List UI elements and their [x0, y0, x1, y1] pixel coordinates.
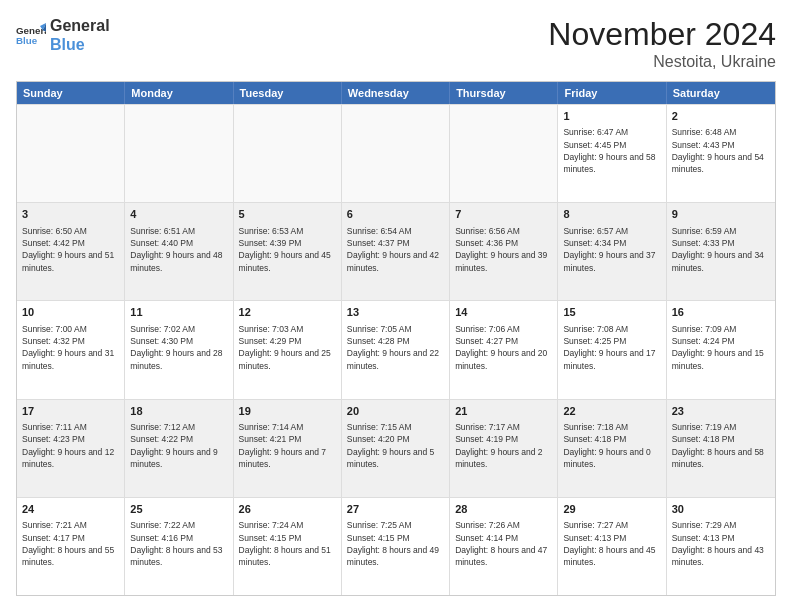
calendar-cell: 24Sunrise: 7:21 AM Sunset: 4:17 PM Dayli…	[17, 498, 125, 595]
cell-info: Sunrise: 7:26 AM Sunset: 4:14 PM Dayligh…	[455, 519, 552, 568]
calendar-row: 17Sunrise: 7:11 AM Sunset: 4:23 PM Dayli…	[17, 399, 775, 497]
cell-info: Sunrise: 7:15 AM Sunset: 4:20 PM Dayligh…	[347, 421, 444, 470]
logo-line2: Blue	[50, 35, 110, 54]
calendar-cell: 11Sunrise: 7:02 AM Sunset: 4:30 PM Dayli…	[125, 301, 233, 398]
day-number: 28	[455, 502, 552, 517]
logo-icon: General Blue	[16, 20, 46, 50]
day-number: 21	[455, 404, 552, 419]
header: General Blue General Blue November 2024 …	[16, 16, 776, 71]
calendar-row: 3Sunrise: 6:50 AM Sunset: 4:42 PM Daylig…	[17, 202, 775, 300]
calendar-cell: 17Sunrise: 7:11 AM Sunset: 4:23 PM Dayli…	[17, 400, 125, 497]
calendar-header-cell: Monday	[125, 82, 233, 104]
cell-info: Sunrise: 7:06 AM Sunset: 4:27 PM Dayligh…	[455, 323, 552, 372]
calendar-cell: 16Sunrise: 7:09 AM Sunset: 4:24 PM Dayli…	[667, 301, 775, 398]
day-number: 30	[672, 502, 770, 517]
cell-info: Sunrise: 7:08 AM Sunset: 4:25 PM Dayligh…	[563, 323, 660, 372]
calendar-cell: 23Sunrise: 7:19 AM Sunset: 4:18 PM Dayli…	[667, 400, 775, 497]
day-number: 2	[672, 109, 770, 124]
cell-info: Sunrise: 7:00 AM Sunset: 4:32 PM Dayligh…	[22, 323, 119, 372]
calendar-header-cell: Friday	[558, 82, 666, 104]
cell-info: Sunrise: 7:25 AM Sunset: 4:15 PM Dayligh…	[347, 519, 444, 568]
cell-info: Sunrise: 7:27 AM Sunset: 4:13 PM Dayligh…	[563, 519, 660, 568]
calendar-cell	[17, 105, 125, 202]
calendar-header-cell: Saturday	[667, 82, 775, 104]
cell-info: Sunrise: 6:54 AM Sunset: 4:37 PM Dayligh…	[347, 225, 444, 274]
day-number: 7	[455, 207, 552, 222]
day-number: 15	[563, 305, 660, 320]
calendar-row: 10Sunrise: 7:00 AM Sunset: 4:32 PM Dayli…	[17, 300, 775, 398]
cell-info: Sunrise: 7:05 AM Sunset: 4:28 PM Dayligh…	[347, 323, 444, 372]
calendar-cell: 26Sunrise: 7:24 AM Sunset: 4:15 PM Dayli…	[234, 498, 342, 595]
title-block: November 2024 Nestoita, Ukraine	[548, 16, 776, 71]
day-number: 27	[347, 502, 444, 517]
logo-line1: General	[50, 16, 110, 35]
page-subtitle: Nestoita, Ukraine	[548, 53, 776, 71]
calendar-header: SundayMondayTuesdayWednesdayThursdayFrid…	[17, 82, 775, 104]
cell-info: Sunrise: 6:53 AM Sunset: 4:39 PM Dayligh…	[239, 225, 336, 274]
day-number: 17	[22, 404, 119, 419]
day-number: 11	[130, 305, 227, 320]
cell-info: Sunrise: 7:19 AM Sunset: 4:18 PM Dayligh…	[672, 421, 770, 470]
day-number: 19	[239, 404, 336, 419]
day-number: 16	[672, 305, 770, 320]
calendar-cell: 7Sunrise: 6:56 AM Sunset: 4:36 PM Daylig…	[450, 203, 558, 300]
calendar-cell: 19Sunrise: 7:14 AM Sunset: 4:21 PM Dayli…	[234, 400, 342, 497]
cell-info: Sunrise: 7:18 AM Sunset: 4:18 PM Dayligh…	[563, 421, 660, 470]
calendar-cell: 22Sunrise: 7:18 AM Sunset: 4:18 PM Dayli…	[558, 400, 666, 497]
cell-info: Sunrise: 6:51 AM Sunset: 4:40 PM Dayligh…	[130, 225, 227, 274]
cell-info: Sunrise: 7:21 AM Sunset: 4:17 PM Dayligh…	[22, 519, 119, 568]
cell-info: Sunrise: 7:24 AM Sunset: 4:15 PM Dayligh…	[239, 519, 336, 568]
calendar-header-cell: Thursday	[450, 82, 558, 104]
calendar-header-cell: Tuesday	[234, 82, 342, 104]
calendar-cell: 29Sunrise: 7:27 AM Sunset: 4:13 PM Dayli…	[558, 498, 666, 595]
calendar-cell	[342, 105, 450, 202]
cell-info: Sunrise: 7:29 AM Sunset: 4:13 PM Dayligh…	[672, 519, 770, 568]
day-number: 5	[239, 207, 336, 222]
day-number: 8	[563, 207, 660, 222]
calendar-cell: 13Sunrise: 7:05 AM Sunset: 4:28 PM Dayli…	[342, 301, 450, 398]
day-number: 10	[22, 305, 119, 320]
cell-info: Sunrise: 7:14 AM Sunset: 4:21 PM Dayligh…	[239, 421, 336, 470]
day-number: 25	[130, 502, 227, 517]
day-number: 9	[672, 207, 770, 222]
svg-text:Blue: Blue	[16, 35, 38, 46]
calendar-cell: 8Sunrise: 6:57 AM Sunset: 4:34 PM Daylig…	[558, 203, 666, 300]
cell-info: Sunrise: 6:57 AM Sunset: 4:34 PM Dayligh…	[563, 225, 660, 274]
cell-info: Sunrise: 7:22 AM Sunset: 4:16 PM Dayligh…	[130, 519, 227, 568]
page: General Blue General Blue November 2024 …	[0, 0, 792, 612]
calendar-cell: 4Sunrise: 6:51 AM Sunset: 4:40 PM Daylig…	[125, 203, 233, 300]
cell-info: Sunrise: 7:03 AM Sunset: 4:29 PM Dayligh…	[239, 323, 336, 372]
logo: General Blue General Blue	[16, 16, 110, 54]
calendar-cell: 14Sunrise: 7:06 AM Sunset: 4:27 PM Dayli…	[450, 301, 558, 398]
day-number: 24	[22, 502, 119, 517]
day-number: 26	[239, 502, 336, 517]
cell-info: Sunrise: 7:12 AM Sunset: 4:22 PM Dayligh…	[130, 421, 227, 470]
calendar-cell: 12Sunrise: 7:03 AM Sunset: 4:29 PM Dayli…	[234, 301, 342, 398]
calendar: SundayMondayTuesdayWednesdayThursdayFrid…	[16, 81, 776, 596]
calendar-cell: 3Sunrise: 6:50 AM Sunset: 4:42 PM Daylig…	[17, 203, 125, 300]
calendar-cell: 6Sunrise: 6:54 AM Sunset: 4:37 PM Daylig…	[342, 203, 450, 300]
cell-info: Sunrise: 7:09 AM Sunset: 4:24 PM Dayligh…	[672, 323, 770, 372]
calendar-row: 24Sunrise: 7:21 AM Sunset: 4:17 PM Dayli…	[17, 497, 775, 595]
calendar-cell: 10Sunrise: 7:00 AM Sunset: 4:32 PM Dayli…	[17, 301, 125, 398]
calendar-header-cell: Wednesday	[342, 82, 450, 104]
day-number: 22	[563, 404, 660, 419]
calendar-cell	[125, 105, 233, 202]
day-number: 18	[130, 404, 227, 419]
calendar-row: 1Sunrise: 6:47 AM Sunset: 4:45 PM Daylig…	[17, 104, 775, 202]
day-number: 4	[130, 207, 227, 222]
cell-info: Sunrise: 6:50 AM Sunset: 4:42 PM Dayligh…	[22, 225, 119, 274]
day-number: 3	[22, 207, 119, 222]
cell-info: Sunrise: 7:11 AM Sunset: 4:23 PM Dayligh…	[22, 421, 119, 470]
page-title: November 2024	[548, 16, 776, 53]
calendar-header-cell: Sunday	[17, 82, 125, 104]
day-number: 1	[563, 109, 660, 124]
calendar-cell: 25Sunrise: 7:22 AM Sunset: 4:16 PM Dayli…	[125, 498, 233, 595]
calendar-cell: 21Sunrise: 7:17 AM Sunset: 4:19 PM Dayli…	[450, 400, 558, 497]
day-number: 20	[347, 404, 444, 419]
day-number: 6	[347, 207, 444, 222]
day-number: 29	[563, 502, 660, 517]
calendar-cell: 30Sunrise: 7:29 AM Sunset: 4:13 PM Dayli…	[667, 498, 775, 595]
calendar-cell: 9Sunrise: 6:59 AM Sunset: 4:33 PM Daylig…	[667, 203, 775, 300]
calendar-body: 1Sunrise: 6:47 AM Sunset: 4:45 PM Daylig…	[17, 104, 775, 595]
